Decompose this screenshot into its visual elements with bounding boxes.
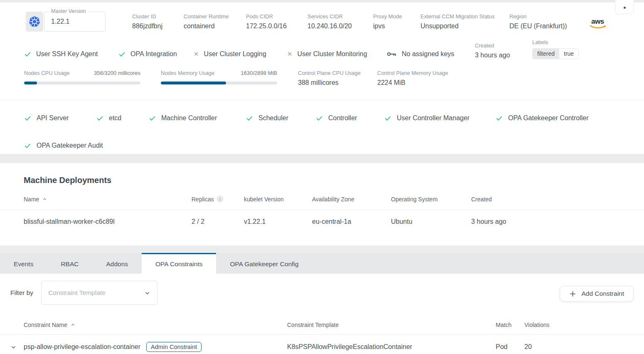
health-scheduler: Scheduler <box>246 114 316 122</box>
field-label: Container Runtime <box>184 13 246 20</box>
tab-addons[interactable]: Addons <box>92 253 142 274</box>
x-icon: ✕ <box>287 50 293 58</box>
pods-cidr-field: Pods CIDR 172.25.0.0/16 <box>246 12 307 30</box>
control-plane-cpu-field: Control Plane CPU Usage 388 millicores <box>298 70 377 91</box>
column-label: Violations <box>524 322 549 328</box>
constraint-row[interactable]: psp-allow-privilege-escalation-container… <box>0 335 644 354</box>
add-constraint-button[interactable]: Add Constraint <box>560 286 634 302</box>
created-field: Created 3 hours ago <box>475 42 532 59</box>
health-controller: Controller <box>316 114 384 122</box>
health-machine-controller: Machine Controller <box>149 114 246 122</box>
cluster-info-row: Master Version 1.22.1 Cluster ID 886jzdf… <box>0 2 644 38</box>
deployment-replicas: 2 / 2 <box>192 218 244 225</box>
cluster-metrics-row: Nodes CPU Usage 356/3200 millicores Node… <box>0 59 644 91</box>
expand-chevron-icon[interactable] <box>10 344 17 350</box>
deployment-name[interactable]: blissful-stallman-worker-c6c89l <box>24 218 192 225</box>
meter-value: 1630/2898 MiB <box>241 70 277 76</box>
created-label: Created <box>475 42 532 49</box>
feature-label: User SSH Key Agent <box>36 50 98 58</box>
labels-field: Labels filteredtrue <box>532 39 579 59</box>
column-label: Match <box>496 322 511 328</box>
info-icon[interactable]: i <box>216 196 224 203</box>
ellipsis-icon <box>624 7 626 9</box>
tab-opa-gatekeeper-config[interactable]: OPA Gatekeeper Config <box>216 253 312 274</box>
constraint-template: K8sPSPAllowPrivilegeEscalationContainer <box>287 343 496 351</box>
field-value: Unsupported <box>420 22 509 30</box>
column-label: Replicas <box>192 196 214 203</box>
deployment-kubelet-version: v1.22.1 <box>244 218 312 225</box>
machine-deployments-header: Name Replicas i kubelet Version Availabi… <box>0 188 644 210</box>
health-user-controller-manager: User Controller Manager <box>384 114 496 122</box>
machine-deployments-panel: Machine Deployments Name Replicas i kube… <box>0 163 644 245</box>
label-key: filtered <box>533 49 559 59</box>
label-chip: filteredtrue <box>532 48 579 59</box>
field-value: 10.240.16.0/20 <box>307 22 373 30</box>
constraint-match: Pod <box>496 343 524 351</box>
nodes-cpu-meter: Nodes CPU Usage 356/3200 millicores <box>24 70 140 91</box>
column-label: kubelet Version <box>244 196 284 203</box>
constraint-template-select[interactable]: Constraint Template <box>41 281 157 305</box>
label-value: true <box>559 49 578 59</box>
feature-opa-integration: OPA Integration <box>118 50 194 59</box>
constraints-table-header: Constraint Name Constraint Template Matc… <box>0 315 644 335</box>
chevron-down-icon <box>144 290 150 296</box>
cluster-summary-panel: Master Version 1.22.1 Cluster ID 886jzdf… <box>0 2 644 154</box>
check-icon <box>24 51 31 58</box>
ssh-keys-status[interactable]: No assigned keys <box>387 50 475 59</box>
detail-tabs: Events RBAC Addons OPA Constraints OPA G… <box>0 253 644 274</box>
field-label: External CCM Migration Status <box>420 13 509 20</box>
health-api-server: API Server <box>24 114 96 122</box>
ccm-migration-field: External CCM Migration Status Unsupporte… <box>420 12 509 30</box>
x-icon: ✕ <box>194 50 199 58</box>
field-value: 388 millicores <box>298 79 377 87</box>
progress-bar <box>161 82 277 84</box>
progress-bar <box>24 82 140 84</box>
column-constraint-name[interactable]: Constraint Name <box>24 322 287 328</box>
nodes-memory-meter: Nodes Memory Usage 1630/2898 MiB <box>161 70 277 91</box>
master-version-value: 1.22.1 <box>44 12 105 31</box>
health-label: OPA Gatekeeper Audit <box>37 142 103 149</box>
health-label: API Server <box>37 114 69 122</box>
add-constraint-label: Add Constraint <box>581 290 624 297</box>
region-field: Region DE (EU (Frankfurt)) <box>509 12 583 30</box>
created-value: 3 hours ago <box>475 52 532 59</box>
tab-rbac[interactable]: RBAC <box>47 253 92 274</box>
column-label: Created <box>471 196 492 203</box>
services-cidr-field: Services CIDR 10.240.16.0/20 <box>307 12 373 30</box>
column-kubelet-version: kubelet Version <box>244 196 312 203</box>
column-operating-system: Operating System <box>391 196 471 203</box>
field-label: Services CIDR <box>307 13 373 20</box>
tab-label: Addons <box>106 260 128 268</box>
aws-provider-logo: aws <box>588 12 607 30</box>
tab-events[interactable]: Events <box>0 253 47 274</box>
meter-label: Nodes Memory Usage <box>161 70 214 76</box>
health-opa-gatekeeper-audit: OPA Gatekeeper Audit <box>24 142 103 149</box>
column-label: Operating System <box>391 196 438 203</box>
health-label: Machine Controller <box>161 114 217 122</box>
column-replicas: Replicas i <box>192 196 244 203</box>
column-name[interactable]: Name <box>24 196 192 203</box>
column-availability-zone: Availability Zone <box>312 196 391 203</box>
progress-fill <box>24 82 37 84</box>
more-menu-button[interactable] <box>615 0 634 14</box>
meter-value: 356/3200 millicores <box>94 70 140 76</box>
check-icon <box>24 142 31 149</box>
field-value: DE (EU (Frankfurt)) <box>509 22 583 30</box>
tab-label: Events <box>14 260 33 268</box>
tab-opa-constraints[interactable]: OPA Constraints <box>142 253 216 274</box>
check-icon <box>316 115 323 122</box>
check-icon <box>96 115 103 122</box>
column-constraint-template: Constraint Template <box>287 322 496 328</box>
feature-ssh-key-agent: User SSH Key Agent <box>24 50 118 59</box>
column-created: Created <box>471 196 644 203</box>
column-label: Constraint Template <box>287 322 339 328</box>
labels-label: Labels <box>532 39 579 45</box>
master-version-field: Master Version 1.22.1 <box>44 12 106 32</box>
check-icon <box>149 115 156 122</box>
field-label: Cluster ID <box>132 13 184 20</box>
column-label: Constraint Name <box>24 322 67 328</box>
sort-asc-icon <box>71 322 75 327</box>
machine-deployments-title: Machine Deployments <box>0 163 644 185</box>
machine-deployment-row[interactable]: blissful-stallman-worker-c6c89l 2 / 2 v1… <box>0 210 644 233</box>
check-icon <box>246 115 253 122</box>
